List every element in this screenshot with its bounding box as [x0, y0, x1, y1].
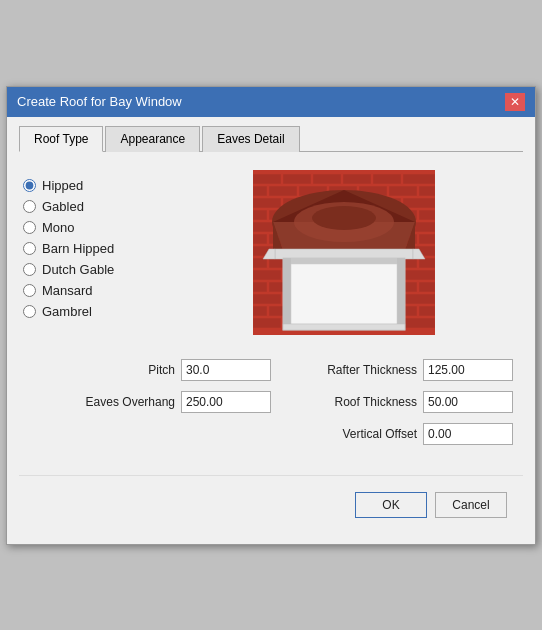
svg-rect-13 [419, 186, 435, 196]
close-button[interactable]: ✕ [505, 93, 525, 111]
create-roof-dialog: Create Roof for Bay Window ✕ Roof Type A… [6, 86, 536, 545]
svg-rect-99 [291, 264, 397, 324]
eaves-overhang-label: Eaves Overhang [86, 395, 175, 409]
svg-rect-53 [253, 270, 281, 280]
svg-rect-6 [403, 174, 435, 184]
svg-rect-5 [373, 174, 401, 184]
svg-rect-3 [313, 174, 341, 184]
tab-roof-type[interactable]: Roof Type [19, 126, 103, 152]
rafter-thickness-label: Rafter Thickness [327, 363, 417, 377]
svg-point-91 [312, 206, 376, 230]
pitch-label: Pitch [148, 363, 175, 377]
title-bar: Create Roof for Bay Window ✕ [7, 87, 535, 117]
radio-mansard[interactable]: Mansard [23, 283, 153, 298]
svg-rect-96 [283, 258, 405, 264]
roof-preview-svg [253, 170, 435, 335]
svg-rect-98 [397, 258, 405, 330]
svg-rect-14 [253, 198, 281, 208]
svg-rect-66 [253, 294, 281, 304]
svg-rect-4 [343, 174, 371, 184]
svg-rect-97 [283, 258, 291, 330]
tab-appearance[interactable]: Appearance [105, 126, 200, 152]
svg-rect-58 [403, 270, 435, 280]
svg-rect-1 [253, 174, 281, 184]
svg-rect-20 [253, 210, 267, 220]
svg-rect-59 [253, 282, 267, 292]
dialog-title: Create Roof for Bay Window [17, 94, 182, 109]
svg-rect-71 [403, 294, 435, 304]
tab-bar: Roof Type Appearance Eaves Detail [19, 125, 523, 152]
roof-thickness-label: Roof Thickness [335, 395, 417, 409]
vertical-offset-label: Vertical Offset [343, 427, 417, 441]
vertical-offset-input[interactable] [423, 423, 513, 445]
svg-rect-33 [253, 234, 267, 244]
right-fields: Rafter Thickness Roof Thickness Vertical… [271, 359, 513, 455]
dialog-footer: OK Cancel [19, 475, 523, 532]
rafter-thickness-row: Rafter Thickness [271, 359, 513, 381]
vertical-offset-row: Vertical Offset [271, 423, 513, 445]
ok-button[interactable]: OK [355, 492, 427, 518]
svg-rect-39 [419, 234, 435, 244]
main-area: Hipped Gabled Mono Barn Hipped Dutch Gab… [19, 162, 523, 343]
roof-thickness-input[interactable] [423, 391, 513, 413]
radio-hipped[interactable]: Hipped [23, 178, 153, 193]
roof-preview [169, 170, 519, 335]
svg-rect-8 [269, 186, 297, 196]
svg-rect-78 [419, 306, 435, 316]
fields-section: Pitch Eaves Overhang Rafter Thickness Ro… [19, 359, 523, 455]
tab-eaves-detail[interactable]: Eaves Detail [202, 126, 299, 152]
rafter-thickness-input[interactable] [423, 359, 513, 381]
pitch-input[interactable] [181, 359, 271, 381]
radio-mono[interactable]: Mono [23, 220, 153, 235]
cancel-button[interactable]: Cancel [435, 492, 507, 518]
radio-barn-hipped[interactable]: Barn Hipped [23, 241, 153, 256]
svg-rect-2 [283, 174, 311, 184]
radio-gabled[interactable]: Gabled [23, 199, 153, 214]
svg-rect-26 [419, 210, 435, 220]
svg-rect-46 [253, 258, 267, 268]
eaves-overhang-row: Eaves Overhang [29, 391, 271, 413]
pitch-row: Pitch [29, 359, 271, 381]
svg-rect-12 [389, 186, 417, 196]
svg-rect-79 [253, 318, 281, 328]
svg-rect-19 [403, 198, 435, 208]
svg-rect-52 [419, 258, 435, 268]
svg-rect-100 [283, 324, 405, 330]
dialog-content: Roof Type Appearance Eaves Detail Hipped… [7, 117, 535, 544]
eaves-overhang-input[interactable] [181, 391, 271, 413]
svg-rect-7 [253, 186, 267, 196]
radio-gambrel[interactable]: Gambrel [23, 304, 153, 319]
svg-rect-72 [253, 306, 267, 316]
roof-type-radio-group: Hipped Gabled Mono Barn Hipped Dutch Gab… [23, 170, 153, 335]
roof-thickness-row: Roof Thickness [271, 391, 513, 413]
radio-dutch-gable[interactable]: Dutch Gable [23, 262, 153, 277]
left-fields: Pitch Eaves Overhang [29, 359, 271, 455]
svg-rect-84 [403, 318, 435, 328]
svg-rect-65 [419, 282, 435, 292]
